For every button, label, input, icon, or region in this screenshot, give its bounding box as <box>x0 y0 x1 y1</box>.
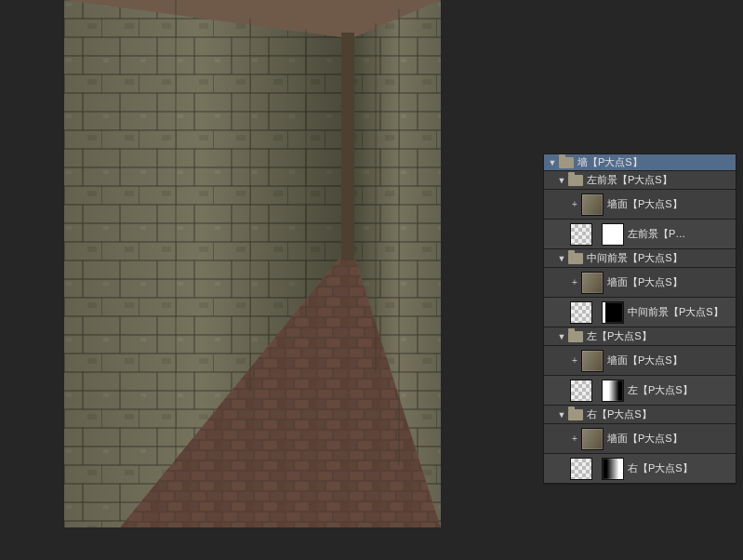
svg-rect-12 <box>341 33 354 260</box>
layer-row[interactable]: 左【P大点S】 <box>544 376 736 406</box>
layer-label: 墙面【P大点S】 <box>607 432 736 446</box>
layers-panel[interactable]: ▼ 墙【P大点S】 ▼ 左前景【P大点S】 + 墙面【P大点S】 左前景【P… … <box>543 153 736 485</box>
group-label: 墙【P大点S】 <box>577 155 736 169</box>
group-label: 中间前景【P大点S】 <box>587 251 736 265</box>
layer-row[interactable]: 中间前景【P大点S】 <box>544 298 736 327</box>
folder-icon <box>568 175 583 186</box>
layer-row[interactable]: + 墙面【P大点S】 <box>544 424 736 454</box>
disclosure-triangle-icon[interactable]: ▼ <box>557 410 566 420</box>
expand-effects-icon[interactable]: + <box>570 277 579 287</box>
expand-effects-icon[interactable]: + <box>570 433 579 444</box>
layer-group-root[interactable]: ▼ 墙【P大点S】 <box>544 154 736 171</box>
group-label: 左前景【P大点S】 <box>587 173 736 187</box>
group-label: 左【P大点S】 <box>587 329 736 343</box>
layer-label: 中间前景【P大点S】 <box>628 305 736 319</box>
layer-thumbnail[interactable] <box>570 301 592 324</box>
layer-row[interactable]: + 墙面【P大点S】 <box>544 190 736 220</box>
group-label: 右【P大点S】 <box>587 407 736 421</box>
expand-effects-icon[interactable]: + <box>570 199 579 209</box>
folder-icon <box>559 157 574 168</box>
folder-icon <box>568 409 583 420</box>
layer-group[interactable]: ▼ 左【P大点S】 <box>544 327 736 346</box>
disclosure-triangle-icon[interactable]: ▼ <box>557 332 566 341</box>
layer-mask-thumbnail[interactable] <box>602 223 624 246</box>
disclosure-triangle-icon[interactable]: ▼ <box>557 254 566 263</box>
layer-thumbnail[interactable] <box>581 193 604 216</box>
layer-row[interactable]: + 墙面【P大点S】 <box>544 346 736 376</box>
document-canvas[interactable] <box>64 0 441 527</box>
layer-label: 右【P大点S】 <box>628 461 736 475</box>
layer-mask-thumbnail[interactable] <box>602 380 624 402</box>
layer-row[interactable]: 右【P大点S】 <box>544 454 736 484</box>
layer-row[interactable]: + 墙面【P大点S】 <box>544 268 736 298</box>
layer-thumbnail[interactable] <box>581 350 604 372</box>
layer-label: 墙面【P大点S】 <box>607 197 736 211</box>
canvas-svg <box>64 0 441 527</box>
layer-thumbnail[interactable] <box>570 380 592 402</box>
layer-thumbnail[interactable] <box>570 458 592 480</box>
expand-effects-icon[interactable]: + <box>570 355 579 366</box>
layer-group[interactable]: ▼ 中间前景【P大点S】 <box>544 249 736 268</box>
layer-mask-thumbnail[interactable] <box>602 301 624 324</box>
layer-mask-thumbnail[interactable] <box>602 458 624 480</box>
layer-label: 左【P大点S】 <box>628 383 736 397</box>
layer-group[interactable]: ▼ 左前景【P大点S】 <box>544 171 736 190</box>
layer-thumbnail[interactable] <box>581 428 604 450</box>
layer-group[interactable]: ▼ 右【P大点S】 <box>544 406 736 424</box>
layer-label: 墙面【P大点S】 <box>607 275 736 289</box>
disclosure-triangle-icon[interactable]: ▼ <box>557 176 566 185</box>
layer-label: 墙面【P大点S】 <box>607 353 736 367</box>
disclosure-triangle-icon[interactable]: ▼ <box>548 158 557 167</box>
folder-icon <box>568 331 583 342</box>
folder-icon <box>568 253 583 264</box>
layer-thumbnail[interactable] <box>581 272 604 294</box>
layer-label: 左前景【P… <box>628 227 736 241</box>
layer-thumbnail[interactable] <box>570 223 592 246</box>
layer-row[interactable]: 左前景【P… <box>544 220 736 249</box>
